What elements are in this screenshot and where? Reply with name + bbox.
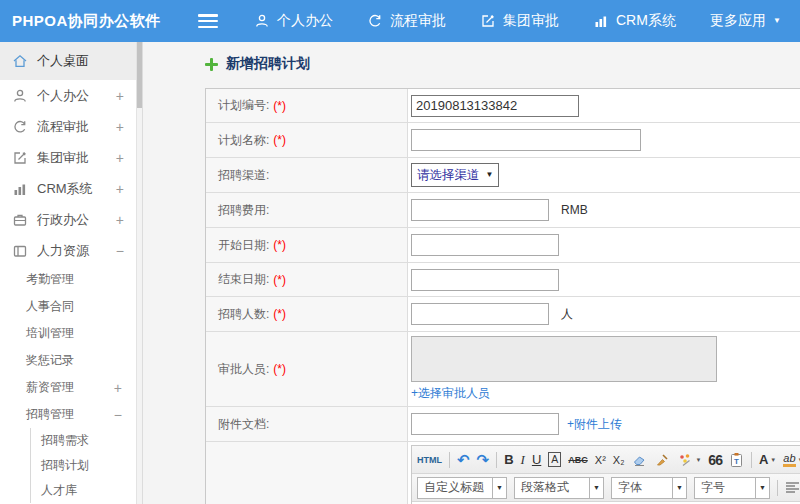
sidebar-subitem-recruit-mgmt[interactable]: 招聘管理 −	[0, 401, 136, 428]
menu-toggle-icon[interactable]	[198, 14, 218, 28]
caret-down-icon: ▼	[755, 478, 769, 498]
sidebar-subitem-rewards[interactable]: 奖惩记录	[0, 347, 136, 374]
dropdown-value: 自定义标题	[418, 479, 492, 496]
sidebar-item-admin-office[interactable]: 行政办公 +	[0, 204, 136, 235]
caret-down-icon: ▼	[672, 478, 686, 498]
highlight-color-button[interactable]: ab ▼	[783, 453, 800, 467]
recruit-plan-form: 计划编号: (*) 计划名称: (*) 招聘渠道: 请选择渠道	[205, 88, 800, 504]
undo-icon[interactable]: ↶	[457, 451, 470, 469]
field-label: 结束日期: (*)	[206, 263, 408, 296]
required-star: (*)	[273, 307, 286, 321]
sidebar-item-workflow-approval[interactable]: 流程审批 +	[0, 111, 136, 142]
sidebar-subsubitem-label: 招聘计划	[41, 457, 89, 474]
subscript-button[interactable]: X₂	[613, 454, 625, 466]
workflow-icon	[12, 119, 28, 135]
underline-button[interactable]: U	[532, 452, 541, 467]
expand-plus-icon[interactable]: +	[116, 181, 124, 197]
select-approvers-link[interactable]: +选择审批人员	[411, 385, 490, 402]
sidebar-item-crm[interactable]: CRM系统 +	[0, 173, 136, 204]
collapse-minus-icon[interactable]: −	[116, 243, 124, 259]
edit-icon	[12, 150, 28, 166]
field-label: 开始日期: (*)	[206, 228, 408, 262]
sidebar-subitem-attendance[interactable]: 考勤管理	[0, 266, 136, 293]
cost-input[interactable]	[411, 199, 549, 221]
collapse-minus-icon[interactable]: −	[114, 407, 122, 423]
field-label: 招聘渠道:	[206, 158, 408, 192]
recruit-submenu: 招聘需求 招聘计划 人才库	[30, 428, 136, 503]
sidebar-subsubitem-recruit-plan[interactable]: 招聘计划	[31, 453, 136, 478]
select-value: 请选择渠道	[417, 167, 480, 184]
topnav-more-apps[interactable]: 更多应用 ▼	[710, 12, 781, 30]
channel-select[interactable]: 请选择渠道 ▼	[411, 163, 499, 187]
topnav-personal-office[interactable]: 个人办公	[254, 12, 333, 30]
sidebar-item-group-approval[interactable]: 集团审批 +	[0, 142, 136, 173]
eraser-icon[interactable]	[631, 452, 647, 468]
topnav-workflow-approval[interactable]: 流程审批	[367, 12, 446, 30]
custom-heading-dropdown[interactable]: 自定义标题 ▼	[417, 477, 507, 499]
expand-plus-icon[interactable]: +	[116, 150, 124, 166]
color-palette-icon[interactable]: ▼	[677, 452, 701, 468]
plan-number-input[interactable]	[411, 95, 579, 117]
blockquote-button[interactable]: 66	[708, 452, 722, 468]
sidebar-subitem-salary[interactable]: 薪资管理 +	[0, 374, 136, 401]
font-color-button[interactable]: A ▼	[759, 452, 776, 467]
label-text: 附件文档:	[218, 416, 269, 433]
italic-button[interactable]: I	[521, 452, 525, 468]
html-source-button[interactable]: HTML	[417, 455, 442, 465]
paragraph-format-dropdown[interactable]: 段落格式 ▼	[514, 477, 604, 499]
sidebar-subsubitem-recruit-demand[interactable]: 招聘需求	[31, 428, 136, 453]
field-label-empty	[206, 442, 408, 504]
form-row-channel: 招聘渠道: 请选择渠道 ▼	[206, 158, 800, 193]
sidebar-subitem-hr-contract[interactable]: 人事合同	[0, 293, 136, 320]
align-left-icon[interactable]	[785, 481, 800, 494]
sidebar-subitem-training[interactable]: 培训管理	[0, 320, 136, 347]
sidebar-subitem-label: 招聘管理	[26, 406, 74, 423]
topnav-group-approval[interactable]: 集团审批	[480, 12, 559, 30]
sidebar-item-hr[interactable]: 人力资源 −	[0, 235, 136, 266]
font-family-dropdown[interactable]: 字体 ▼	[611, 477, 687, 499]
approvers-textarea[interactable]	[411, 336, 717, 382]
expand-plus-icon[interactable]: +	[116, 119, 124, 135]
format-brush-icon[interactable]	[654, 452, 670, 468]
bar-chart-icon	[12, 181, 28, 197]
expand-plus-icon[interactable]: +	[116, 212, 124, 228]
attachment-upload-link[interactable]: +附件上传	[567, 416, 622, 433]
sidebar-item-personal-office[interactable]: 个人办公 +	[0, 80, 136, 111]
page-title-text: 新增招聘计划	[226, 55, 310, 73]
redo-icon[interactable]: ↷	[477, 451, 490, 469]
caret-down-icon: ▼	[589, 478, 603, 498]
edit-icon	[480, 13, 496, 29]
page-title: 新增招聘计划	[205, 55, 310, 73]
caret-down-icon: ▼	[770, 457, 776, 463]
font-style-button[interactable]: A	[548, 452, 561, 467]
strikethrough-button[interactable]: ABC	[568, 455, 588, 465]
plan-name-input[interactable]	[411, 129, 641, 151]
sidebar-scrollbar[interactable]	[136, 42, 143, 504]
sidebar-subsubitem-talent-pool[interactable]: 人才库	[31, 478, 136, 503]
end-date-input[interactable]	[411, 269, 559, 291]
sidebar-scrollbar-thumb[interactable]	[137, 42, 142, 108]
label-text: 结束日期:	[218, 271, 269, 288]
svg-text:T: T	[734, 457, 739, 466]
label-text: 计划名称:	[218, 132, 269, 149]
unit-label: 人	[561, 306, 573, 323]
sidebar-item-label: CRM系统	[37, 180, 93, 198]
topnav-crm[interactable]: CRM系统	[593, 12, 676, 30]
required-star: (*)	[273, 99, 286, 113]
expand-plus-icon[interactable]: +	[114, 380, 122, 396]
font-size-dropdown[interactable]: 字号 ▼	[694, 477, 770, 499]
editor-toolbar-row2: 自定义标题 ▼ 段落格式 ▼ 字体 ▼ 字号 ▼	[412, 474, 800, 502]
expand-plus-icon[interactable]: +	[116, 88, 124, 104]
label-text: 审批人员:	[218, 361, 269, 378]
sidebar-subsubitem-label: 人才库	[41, 482, 77, 499]
label-text: 招聘人数:	[218, 306, 269, 323]
attachment-input[interactable]	[411, 413, 559, 435]
top-bar: PHPOA协同办公软件 个人办公 流程审批 集团审批 CRM系统	[0, 0, 800, 42]
sidebar-subitem-label: 培训管理	[26, 325, 74, 342]
paste-text-icon[interactable]: T	[729, 452, 744, 468]
headcount-input[interactable]	[411, 303, 549, 325]
start-date-input[interactable]	[411, 234, 559, 256]
sidebar-item-desktop[interactable]: 个人桌面	[0, 42, 136, 80]
bold-button[interactable]: B	[504, 452, 513, 467]
superscript-button[interactable]: X²	[595, 454, 606, 466]
